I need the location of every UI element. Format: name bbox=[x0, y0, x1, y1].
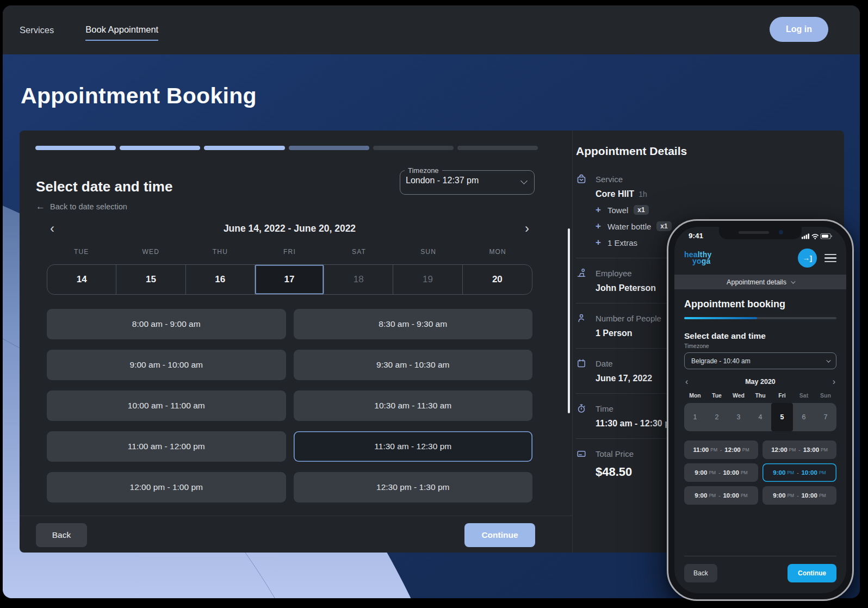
progress-step-1 bbox=[35, 146, 116, 150]
status-time: 9:41 bbox=[689, 232, 703, 240]
scrollbar-thumb[interactable] bbox=[568, 228, 570, 413]
service-bag-icon bbox=[576, 173, 587, 184]
employee-icon bbox=[576, 268, 587, 278]
date-cell-20[interactable]: 20 bbox=[463, 265, 532, 294]
prev-week-button[interactable]: ‹ bbox=[47, 222, 58, 235]
phone-date-cell-selected[interactable]: 5 bbox=[771, 403, 793, 431]
weekday-label: TUE bbox=[47, 248, 116, 256]
footer-divider bbox=[20, 516, 572, 516]
phone-month-nav: ‹ May 2020 › bbox=[684, 377, 836, 387]
status-icons bbox=[802, 233, 832, 239]
time-slot[interactable]: 12:00 pm - 1:00 pm bbox=[47, 472, 286, 502]
phone-prev-month-button[interactable]: ‹ bbox=[685, 377, 688, 387]
phone-appointment-details-bar[interactable]: Appointment details bbox=[674, 275, 846, 289]
arrow-left-icon: ← bbox=[36, 201, 45, 212]
person-icon bbox=[576, 313, 587, 324]
plus-icon: + bbox=[596, 204, 607, 215]
service-duration: 1h bbox=[638, 190, 647, 198]
phone-next-month-button[interactable]: › bbox=[833, 377, 835, 387]
stopwatch-icon bbox=[576, 403, 587, 414]
phone-time-slot[interactable]: 9:00PM-10:00PM bbox=[762, 486, 836, 505]
week-range-label: June 14, 2022 - June 20, 2022 bbox=[224, 223, 356, 234]
phone-timezone-select[interactable]: Belgrade - 10:40 am bbox=[684, 352, 836, 369]
progress-step-3 bbox=[204, 146, 284, 150]
time-slot[interactable]: 9:30 am - 10:30 am bbox=[294, 350, 533, 380]
section-heading: Select date and time bbox=[36, 178, 172, 195]
chevron-down-icon bbox=[826, 358, 830, 362]
date-time-panel: Select date and time Timezone London - 1… bbox=[20, 131, 572, 553]
timezone-label: Timezone bbox=[405, 166, 442, 175]
back-to-date-selection-link[interactable]: ← Back to date selection bbox=[36, 201, 127, 212]
phone-time-slot[interactable]: 12:00PM-13:00PM bbox=[762, 441, 836, 459]
progress-steps bbox=[35, 146, 538, 150]
spacer bbox=[684, 505, 836, 556]
wifi-icon bbox=[813, 234, 819, 237]
login-button[interactable]: Log in bbox=[770, 17, 828, 42]
week-navigation: ‹ June 14, 2022 - June 20, 2022 › bbox=[47, 222, 532, 235]
time-slot[interactable]: 10:00 am - 11:00 am bbox=[47, 390, 286, 421]
continue-button[interactable]: Continue bbox=[464, 523, 535, 547]
progress-step-5 bbox=[373, 146, 454, 150]
phone-mockup: 9:41 bbox=[667, 219, 854, 601]
date-cell-14[interactable]: 14 bbox=[47, 265, 116, 294]
weekday-label: WED bbox=[116, 248, 186, 256]
hamburger-menu-icon[interactable] bbox=[824, 252, 836, 264]
time-slot-selected[interactable]: 11:30 am - 12:30 pm bbox=[294, 431, 533, 462]
phone-progress-fill bbox=[684, 317, 757, 319]
phone-page-title: Appointment booking bbox=[684, 299, 836, 310]
phone-time-slot[interactable]: 11:00PM-12:00PM bbox=[684, 441, 758, 459]
next-week-button[interactable]: › bbox=[522, 222, 532, 235]
phone-month-label: May 2020 bbox=[745, 378, 776, 386]
weekday-header-row: TUE WED THU FRI SAT SUN MON bbox=[47, 248, 532, 256]
nav-services[interactable]: Services bbox=[20, 25, 54, 35]
weekday-label: SAT bbox=[324, 248, 394, 256]
time-slot[interactable]: 12:30 pm - 1:30 pm bbox=[294, 472, 533, 502]
weekday-label: THU bbox=[185, 248, 255, 256]
details-title: Appointment Details bbox=[576, 145, 842, 158]
back-button[interactable]: Back bbox=[36, 523, 87, 547]
signal-icon bbox=[802, 233, 809, 239]
phone-time-slot[interactable]: 9:00PM-10:00PM bbox=[684, 486, 758, 505]
time-slot[interactable]: 9:00 am - 10:00 am bbox=[47, 350, 286, 380]
phone-date-cell[interactable]: 3 bbox=[728, 403, 749, 431]
date-cell-16[interactable]: 16 bbox=[186, 265, 255, 294]
phone-date-strip: 1 2 3 4 5 6 7 bbox=[684, 403, 836, 431]
phone-back-button[interactable]: Back bbox=[684, 564, 717, 582]
date-cell-19-disabled: 19 bbox=[393, 265, 462, 294]
date-cell-17-selected[interactable]: 17 bbox=[255, 265, 324, 294]
phone-screen: 9:41 bbox=[674, 227, 846, 593]
phone-date-cell[interactable]: 1 bbox=[684, 403, 706, 431]
date-picker-row: 14 15 16 17 18 19 20 bbox=[47, 264, 532, 295]
phone-time-slot-grid: 11:00PM-12:00PM 12:00PM-13:00PM 9:00PM-1… bbox=[684, 441, 836, 505]
chevron-down-icon bbox=[520, 177, 528, 184]
phone-login-button[interactable]: →] bbox=[798, 249, 817, 268]
phone-timezone-label: Timezone bbox=[684, 343, 836, 349]
plus-icon: + bbox=[596, 221, 607, 232]
date-cell-15[interactable]: 15 bbox=[116, 265, 185, 294]
wifi-dot bbox=[815, 238, 816, 239]
time-slot[interactable]: 10:30 am - 11:30 am bbox=[294, 390, 533, 421]
weekday-label: FRI bbox=[255, 248, 325, 256]
phone-date-cell[interactable]: 2 bbox=[706, 403, 728, 431]
timezone-select[interactable]: Timezone London - 12:37 pm bbox=[400, 166, 535, 195]
phone-time-slot-selected[interactable]: 9:00PM-10:00PM bbox=[762, 463, 836, 482]
phone-progress-bar bbox=[684, 317, 836, 319]
phone-section-heading: Select date and time bbox=[684, 331, 836, 341]
phone-date-cell[interactable]: 6 bbox=[793, 403, 815, 431]
time-slot[interactable]: 11:00 am - 12:00 pm bbox=[47, 431, 286, 462]
time-slot[interactable]: 8:30 am - 9:30 am bbox=[294, 309, 533, 339]
timezone-value: London - 12:37 pm bbox=[406, 176, 522, 185]
camera-dot bbox=[779, 230, 783, 234]
time-slot[interactable]: 8:00 am - 9:00 am bbox=[47, 309, 286, 339]
phone-time-slot[interactable]: 9:00PM-10:00PM bbox=[684, 463, 758, 482]
speaker-slot bbox=[739, 231, 769, 234]
nav-book-appointment[interactable]: Book Appointment bbox=[85, 24, 158, 41]
phone-date-cell[interactable]: 4 bbox=[749, 403, 771, 431]
battery-icon bbox=[821, 233, 832, 239]
phone-weekday-row: Mon Tue Wed Thu Fri Sat Sun bbox=[684, 392, 836, 399]
phone-continue-button[interactable]: Continue bbox=[788, 564, 836, 582]
quantity-badge: x1 bbox=[656, 221, 671, 231]
date-cell-18-disabled: 18 bbox=[324, 265, 393, 294]
phone-notch bbox=[719, 227, 802, 239]
phone-date-cell[interactable]: 7 bbox=[815, 403, 836, 431]
